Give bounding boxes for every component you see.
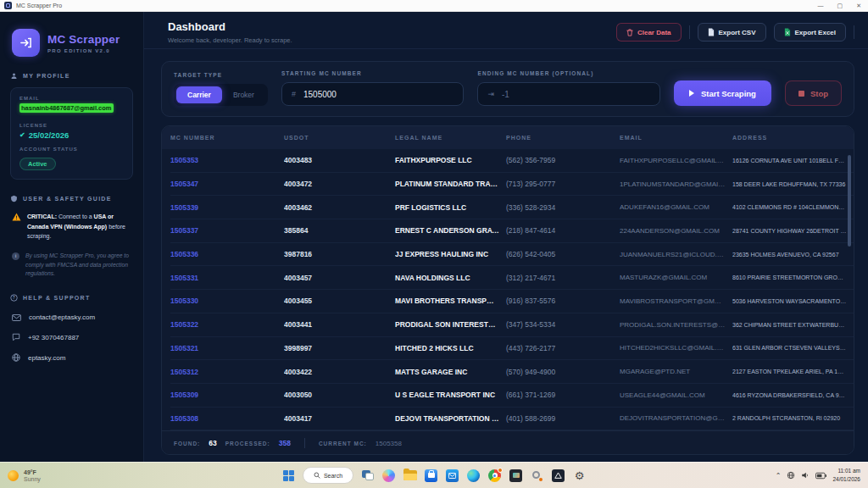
app-name: MC Scrapper <box>47 33 120 46</box>
task-view-button[interactable] <box>360 469 375 483</box>
ending-mc-input[interactable]: ⇥ -1 <box>477 82 660 106</box>
snip-tool-button[interactable] <box>530 469 544 483</box>
maximize-button[interactable]: ▢ <box>837 0 843 12</box>
weather-widget[interactable]: 49°F Sunny <box>8 469 41 482</box>
cell-mc-number[interactable]: 1505312 <box>170 368 284 376</box>
settings-button[interactable]: ⚙ <box>572 469 587 483</box>
cell-usdot: 4003422 <box>284 368 395 376</box>
cell-phone: (713) 295-0777 <box>506 180 620 188</box>
cell-usdot: 4003455 <box>284 297 395 305</box>
account-status-label: ACCOUNT STATUS <box>19 147 124 152</box>
battery-icon[interactable] <box>815 472 826 480</box>
login-arrow-icon <box>12 29 40 57</box>
table-scrollbar-thumb[interactable] <box>848 155 851 247</box>
file-explorer-button[interactable] <box>403 469 417 483</box>
column-header: USDOT <box>284 135 395 141</box>
mail-button[interactable] <box>445 469 459 483</box>
column-header: PHONE <box>506 135 620 141</box>
column-header: ADDRESS <box>732 135 854 141</box>
microsoft-store-button[interactable] <box>424 469 438 483</box>
close-button[interactable]: ✕ <box>856 0 861 12</box>
cell-email: PRODIGAL.SON.INTERESTS@GMA... <box>620 321 732 329</box>
hidden-icons-chevron[interactable]: ⌃ <box>776 472 782 480</box>
cell-email: HITCHED2HICKSLLC@GMAIL.COM <box>620 344 732 352</box>
cell-usdot: 4003483 <box>284 156 395 164</box>
cell-usdot: 385864 <box>284 226 395 235</box>
section-safety-guide: USER & SAFETY GUIDE <box>10 195 133 202</box>
cell-usdot: 4003050 <box>284 391 395 399</box>
mail-icon <box>446 469 459 482</box>
cell-mc-number[interactable]: 1505321 <box>170 344 284 352</box>
status-bar: FOUND: 63 PROCESSED: 358 CURRENT MC: 150… <box>162 430 854 455</box>
minimize-button[interactable]: — <box>818 0 824 12</box>
cell-phone: (312) 217-4671 <box>506 274 620 282</box>
cell-mc-number[interactable]: 1505322 <box>170 320 284 329</box>
start-scraping-button[interactable]: Start Scraping <box>674 80 771 106</box>
cell-legal-name: PRODIGAL SON INTERESTS LLC <box>395 320 506 329</box>
page-header: Dashboard Welcome back, developer. Ready… <box>144 12 868 49</box>
table-row: 15053304003455MAVI BROTHERS TRANSPORT IN… <box>170 290 854 313</box>
network-icon[interactable] <box>787 471 795 480</box>
file-excel-icon <box>784 28 791 36</box>
edge-button[interactable] <box>466 469 481 483</box>
copilot-button[interactable] <box>381 469 396 483</box>
starting-mc-input[interactable]: # 1505000 <box>281 82 465 106</box>
chrome-button[interactable] <box>487 469 502 483</box>
cell-mc-number[interactable]: 1505339 <box>170 203 284 212</box>
table-row: 15053314003457NAVA HOLDINGS LLC(312) 217… <box>170 266 854 290</box>
cell-usdot: 3987816 <box>284 250 395 258</box>
table-row: 15053213998997HITCHED 2 HICKS LLC(443) 7… <box>170 337 854 361</box>
table-row: 15053534003483FAITHXPURPOSE LLC(562) 356… <box>170 149 854 173</box>
support-email-link[interactable]: contact@eptasky.com <box>12 313 131 321</box>
support-website-link[interactable]: eptasky.com <box>12 353 131 362</box>
export-csv-button[interactable]: Export CSV <box>698 23 766 42</box>
cell-usdot: 4003472 <box>284 180 395 188</box>
broker-option[interactable]: Broker <box>222 86 265 103</box>
ending-mc-label: ENDING MC NUMBER (OPTIONAL) <box>477 70 660 76</box>
screenshot-app-button[interactable] <box>509 469 523 483</box>
license-label: LICENSE <box>19 123 124 128</box>
cell-mc-number[interactable]: 1505309 <box>170 391 284 399</box>
store-icon <box>425 469 437 482</box>
file-csv-icon <box>708 28 715 36</box>
cell-usdot: 4003457 <box>284 274 395 282</box>
clock[interactable]: 11:01 am 24/01/2026 <box>832 467 860 484</box>
cell-email: JUANMANUELRS21@ICLOUD.COM <box>620 251 732 258</box>
envelope-icon <box>12 314 21 321</box>
cell-mc-number[interactable]: 1505347 <box>170 180 284 188</box>
current-mc-label: CURRENT MC: <box>319 441 367 446</box>
column-header: MC NUMBER <box>170 135 284 141</box>
cell-address: 158 DEER LAKE RDHUFFMAN, TX 77336 <box>732 181 854 187</box>
processed-label: PROCESSED: <box>225 441 270 446</box>
carrier-option[interactable]: Carrier <box>176 86 222 103</box>
divider <box>689 25 690 39</box>
cell-legal-name: FAITHXPURPOSE LLC <box>395 156 506 164</box>
pinned-app-button[interactable] <box>551 469 565 483</box>
profile-email: hasnainb4867687@gmail.com <box>19 103 114 113</box>
clear-data-button[interactable]: Clear Data <box>616 23 682 42</box>
stop-button[interactable]: Stop <box>785 80 842 106</box>
weather-temp: 49°F <box>24 469 41 475</box>
cell-mc-number[interactable]: 1505308 <box>170 414 284 423</box>
start-button[interactable] <box>281 469 296 483</box>
person-icon <box>10 72 18 80</box>
support-phone-link[interactable]: +92 3070467887 <box>12 333 131 341</box>
cell-email: MASTURAZK@GMAIL.COM <box>620 274 732 281</box>
current-mc-value: 1505358 <box>376 440 402 447</box>
task-view-icon <box>362 470 374 480</box>
ending-mc-value: -1 <box>502 90 509 99</box>
cell-mc-number[interactable]: 1505331 <box>170 274 284 282</box>
window-titlebar: MC Scrapper Pro — ▢ ✕ <box>0 0 868 12</box>
export-excel-button[interactable]: Export Excel <box>774 23 846 42</box>
table-row: 15053394003462PRF LOGISTICS LLC(336) 528… <box>170 196 854 219</box>
volume-icon[interactable] <box>801 471 810 480</box>
skip-end-icon: ⇥ <box>487 90 494 98</box>
cell-mc-number[interactable]: 1505330 <box>170 297 284 305</box>
taskbar-search[interactable]: Search <box>303 467 353 484</box>
cell-mc-number[interactable]: 1505336 <box>170 250 284 258</box>
starting-mc-value: 1505000 <box>303 90 337 99</box>
processed-value: 358 <box>279 439 291 447</box>
snip-tool-icon <box>531 469 543 482</box>
cell-mc-number[interactable]: 1505337 <box>170 226 284 235</box>
cell-mc-number[interactable]: 1505353 <box>170 156 284 164</box>
